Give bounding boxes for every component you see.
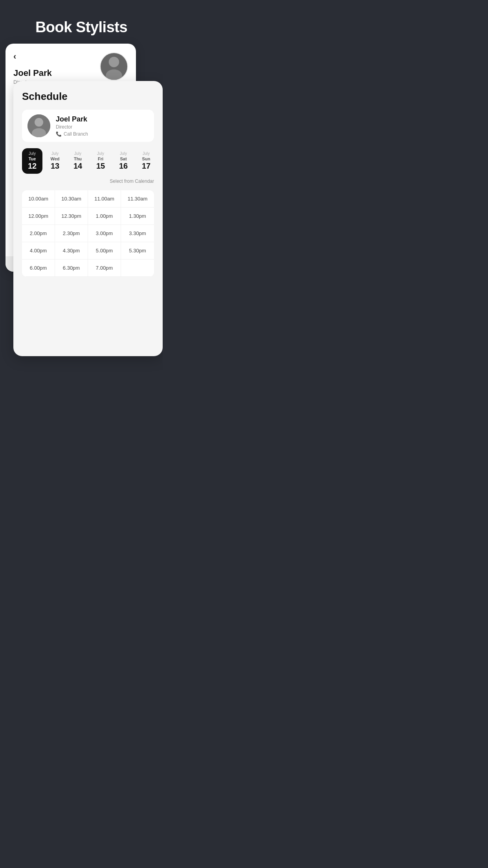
schedule-stylist-info: Joel Park Director 📞 Call Branch — [56, 115, 149, 137]
date-month-2: July — [74, 151, 81, 156]
time-slot-18[interactable]: 7.00pm — [88, 259, 121, 277]
date-num-3: 15 — [96, 162, 105, 171]
svg-point-1 — [109, 57, 119, 67]
time-slot-empty — [121, 259, 154, 277]
date-item-2[interactable]: July Thu 14 — [68, 148, 88, 174]
time-slot-10[interactable]: 3.00pm — [88, 225, 121, 242]
date-item-4[interactable]: July Sat 16 — [113, 148, 134, 174]
date-num-0: 12 — [28, 162, 37, 171]
time-slot-4[interactable]: 12.00pm — [22, 208, 55, 225]
stylist-avatar — [100, 52, 128, 81]
date-num-4: 16 — [119, 162, 128, 171]
schedule-stylist-avatar — [28, 114, 50, 137]
date-item-5[interactable]: July Sun 17 — [136, 148, 154, 174]
date-day-1: Wed — [50, 156, 59, 161]
date-month-4: July — [120, 151, 127, 156]
date-item-1[interactable]: July Wed 13 — [45, 148, 65, 174]
time-slot-15[interactable]: 5.30pm — [121, 242, 154, 259]
date-item-0[interactable]: July Tue 12 — [22, 148, 42, 174]
call-branch-label: Call Branch — [64, 131, 88, 137]
date-month-1: July — [51, 151, 59, 156]
time-slot-12[interactable]: 4.00pm — [22, 242, 55, 259]
cards-container: ‹ Joel Park Director View Portfolio Cut … — [0, 44, 163, 397]
date-selector: July Tue 12 July Wed 13 July Thu 14 July… — [22, 148, 154, 174]
time-slot-7[interactable]: 1.30pm — [121, 208, 154, 225]
date-month-3: July — [97, 151, 104, 156]
call-branch-row[interactable]: 📞 Call Branch — [56, 131, 149, 137]
date-day-5: Sun — [142, 156, 150, 161]
time-slots: 10.00am 10.30am 11.00am 11.30am 12.00pm … — [22, 190, 154, 277]
date-num-2: 14 — [73, 162, 82, 171]
time-slot-17[interactable]: 6.30pm — [55, 259, 88, 277]
phone-icon: 📞 — [56, 131, 62, 137]
schedule-stylist-role: Director — [56, 124, 149, 130]
schedule-title: Schedule — [22, 90, 154, 103]
time-slot-2[interactable]: 11.00am — [88, 190, 121, 208]
time-slot-1[interactable]: 10.30am — [55, 190, 88, 208]
date-num-5: 17 — [142, 162, 150, 171]
date-month-5: July — [143, 151, 150, 156]
date-day-3: Fri — [98, 156, 103, 161]
time-slot-0[interactable]: 10.00am — [22, 190, 55, 208]
time-slot-14[interactable]: 5.00pm — [88, 242, 121, 259]
svg-point-4 — [35, 118, 43, 127]
back-button[interactable]: ‹ — [13, 51, 16, 61]
date-num-1: 13 — [51, 162, 59, 171]
schedule-stylist-name: Joel Park — [56, 115, 149, 123]
page-title: Book Stylists — [8, 19, 155, 36]
time-slot-11[interactable]: 3.30pm — [121, 225, 154, 242]
date-day-2: Thu — [74, 156, 82, 161]
time-slot-13[interactable]: 4.30pm — [55, 242, 88, 259]
time-slot-8[interactable]: 2.00pm — [22, 225, 55, 242]
date-day-4: Sat — [120, 156, 127, 161]
date-day-0: Tue — [29, 156, 36, 161]
time-slot-6[interactable]: 1.00pm — [88, 208, 121, 225]
date-month-0: July — [29, 151, 36, 156]
header: Book Stylists — [0, 0, 163, 44]
stylist-name: Joel Park — [13, 68, 54, 78]
time-slot-5[interactable]: 12.30pm — [55, 208, 88, 225]
schedule-card: Schedule Joel Park Director 📞 Call Branc… — [13, 81, 163, 356]
time-slot-16[interactable]: 6.00pm — [22, 259, 55, 277]
schedule-stylist-row: Joel Park Director 📞 Call Branch — [22, 110, 154, 142]
time-slot-9[interactable]: 2.30pm — [55, 225, 88, 242]
date-item-3[interactable]: July Fri 15 — [90, 148, 111, 174]
select-from-calendar[interactable]: Select from Calendar — [22, 178, 154, 184]
time-slot-3[interactable]: 11.30am — [121, 190, 154, 208]
